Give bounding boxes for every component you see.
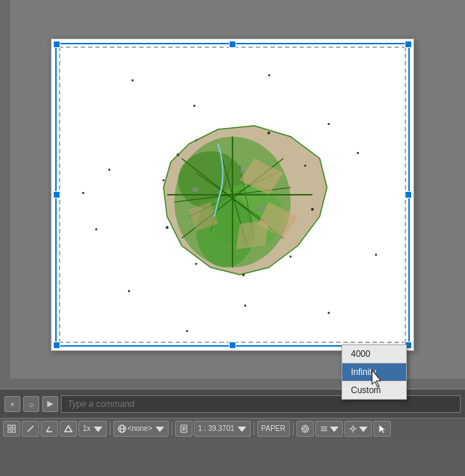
svg-rect-36	[8, 429, 11, 432]
svg-marker-67	[359, 427, 368, 432]
handle-middle-right[interactable]	[405, 191, 412, 198]
scale-dropdown-popup: 4000 Infinity Custom	[341, 344, 407, 400]
snap-button[interactable]	[3, 421, 20, 437]
separator-2	[171, 422, 172, 435]
handle-middle-left[interactable]	[53, 191, 60, 198]
map-dot	[375, 254, 377, 256]
angle-tool-button[interactable]	[41, 421, 58, 437]
svg-point-53	[304, 427, 307, 429]
settings-button[interactable]	[344, 421, 372, 437]
dropdown-item-4000[interactable]: 4000	[342, 345, 406, 363]
svg-rect-37	[12, 429, 15, 432]
map-area	[124, 100, 341, 289]
paper-container	[51, 39, 414, 351]
svg-point-62	[352, 427, 355, 429]
svg-rect-19	[193, 187, 198, 192]
svg-point-31	[163, 179, 165, 181]
handle-top-left[interactable]	[53, 41, 60, 48]
layers-button[interactable]	[315, 421, 343, 437]
svg-point-27	[290, 255, 292, 257]
map-dot	[82, 192, 84, 194]
svg-marker-68	[379, 425, 385, 433]
handle-top-middle[interactable]	[229, 41, 236, 48]
svg-marker-51	[238, 427, 246, 432]
line-tool-button[interactable]	[22, 421, 39, 437]
dropdown-item-infinity[interactable]: Infinity	[342, 363, 406, 382]
cursor-tool-button[interactable]	[373, 421, 391, 437]
handle-bottom-middle[interactable]	[229, 342, 236, 349]
svg-rect-34	[8, 425, 11, 428]
bottom-area: × ⌕ ▶	[0, 389, 465, 476]
separator-1	[110, 422, 110, 435]
left-scrollbar[interactable]	[0, 0, 10, 389]
camera-button[interactable]	[296, 421, 314, 437]
main-canvas	[0, 0, 465, 389]
close-command-button[interactable]: ×	[4, 396, 20, 412]
arrow-command-button[interactable]: ▶	[42, 396, 58, 412]
svg-line-38	[28, 426, 33, 432]
svg-point-24	[267, 132, 270, 134]
handle-bottom-left[interactable]	[53, 342, 60, 349]
svg-marker-46	[155, 427, 164, 432]
scale-1x-button[interactable]: 1x	[78, 421, 107, 437]
triangle-button[interactable]	[60, 421, 77, 437]
svg-point-30	[166, 226, 169, 229]
svg-point-25	[304, 164, 307, 166]
search-command-button[interactable]: ⌕	[23, 396, 39, 412]
svg-marker-18	[236, 220, 269, 249]
svg-rect-21	[258, 206, 264, 211]
separator-4	[293, 422, 294, 435]
map-dot	[244, 304, 246, 307]
map-dot	[132, 79, 134, 81]
map-dot	[357, 152, 359, 154]
scale-ratio-button[interactable]: 1 : 39.3701	[194, 421, 251, 437]
svg-rect-20	[240, 169, 245, 173]
globe-button[interactable]: <none>	[113, 421, 169, 437]
map-dot	[268, 74, 270, 76]
separator-3	[254, 422, 254, 435]
page-icon-button[interactable]	[175, 421, 193, 437]
map-dot	[108, 169, 110, 171]
svg-marker-61	[330, 427, 339, 432]
paper-button[interactable]: PAPER	[257, 421, 290, 437]
svg-line-40	[46, 427, 49, 432]
svg-rect-35	[12, 425, 15, 428]
map-dot	[328, 312, 330, 314]
svg-marker-41	[65, 426, 72, 432]
status-bar: 1x <none>	[0, 418, 465, 438]
map-dot	[128, 290, 130, 292]
dropdown-item-custom[interactable]: Custom	[342, 382, 406, 399]
map-dot	[95, 228, 97, 230]
svg-point-26	[311, 208, 314, 211]
map-dot	[186, 330, 188, 332]
svg-marker-42	[94, 427, 102, 432]
svg-point-29	[195, 262, 198, 265]
handle-top-right[interactable]	[405, 41, 412, 48]
